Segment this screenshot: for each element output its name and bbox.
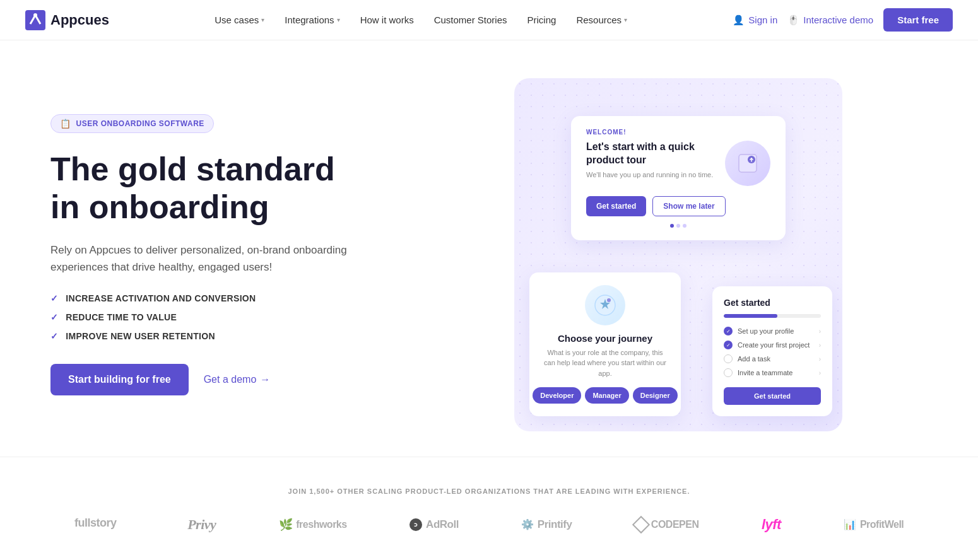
- signin-link[interactable]: 👤 Sign in: [733, 15, 777, 26]
- chevron-down-icon: ▾: [624, 16, 627, 23]
- nav-customer-stories[interactable]: Customer Stories: [425, 9, 516, 30]
- dot-3: [683, 224, 686, 228]
- logo-fullstory: fullstory: [74, 515, 125, 534]
- dot-1: [670, 224, 674, 228]
- navbar: Appcues Use cases ▾ Integrations ▾ How i…: [0, 0, 978, 40]
- logo-codepen: CODEPEN: [635, 518, 699, 531]
- chevron-right-icon: ›: [819, 356, 821, 363]
- check-icon: ✓: [50, 293, 58, 303]
- hero-ctas: Start building for free Get a demo →: [50, 364, 391, 395]
- chevron-right-icon: ›: [819, 370, 821, 376]
- getstarted-card: Get started ✓ Set up your profile › ✓ Cr…: [712, 286, 832, 416]
- logos-tagline: JOIN 1,500+ OTHER SCALING PRODUCT-LED OR…: [50, 487, 928, 495]
- hero-checklist: ✓ INCREASE ACTIVATION AND CONVERSION ✓ R…: [50, 293, 391, 341]
- hero-badge: 📋 USER ONBOARDING SOFTWARE: [50, 114, 214, 133]
- card-tour-body: Let's start with a quick product tour We…: [586, 141, 770, 186]
- nav-use-cases[interactable]: Use cases ▾: [206, 9, 273, 30]
- tour-progress-dots: [586, 224, 770, 228]
- check-done-icon: ✓: [724, 341, 733, 349]
- check-empty-icon: [724, 354, 733, 363]
- check-done-icon: ✓: [724, 327, 733, 335]
- hero-title: The gold standard in onboarding: [50, 151, 391, 226]
- cursor-icon: 🖱️: [787, 15, 799, 26]
- badge-icon: 📋: [60, 119, 71, 129]
- journey-desc: What is your role at the company, this c…: [542, 347, 668, 379]
- progress-bar: [724, 314, 777, 318]
- nav-resources[interactable]: Resources ▾: [567, 9, 636, 30]
- get-demo-button[interactable]: Get a demo →: [204, 374, 271, 385]
- journey-card: Choose your journey What is your role at…: [529, 272, 681, 417]
- hero-right: WELCOME! Let's start with a quick produc…: [429, 78, 928, 431]
- interactive-demo-link[interactable]: 🖱️ Interactive demo: [787, 15, 873, 26]
- hero-section: 📋 USER ONBOARDING SOFTWARE The gold stan…: [0, 40, 978, 457]
- person-icon: 👤: [733, 15, 745, 26]
- nav-right: 👤 Sign in 🖱️ Interactive demo Start free: [733, 8, 953, 32]
- logos-section: JOIN 1,500+ OTHER SCALING PRODUCT-LED OR…: [0, 457, 978, 560]
- logos-row: fullstory Privy 🌿freshworks ↄAdRoll ⚙️Pr…: [50, 515, 928, 534]
- logo-printify: ⚙️Printify: [521, 518, 572, 531]
- logo-privy: Privy: [187, 516, 216, 533]
- check-icon: ✓: [50, 331, 58, 341]
- check-empty-icon: [724, 368, 733, 377]
- welcome-label: WELCOME!: [586, 129, 770, 136]
- logo[interactable]: Appcues: [25, 10, 109, 30]
- manager-button[interactable]: Manager: [585, 387, 628, 404]
- tour-get-started-button[interactable]: Get started: [586, 196, 646, 216]
- hero-subtitle: Rely on Appcues to deliver personalized,…: [50, 242, 353, 276]
- logo-profitwell: 📊ProfitWell: [844, 518, 904, 530]
- tour-card-title: Let's start with a quick product tour: [586, 141, 717, 167]
- journey-icon: [585, 285, 625, 325]
- nav-start-free-button[interactable]: Start free: [883, 8, 953, 32]
- nav-how-it-works[interactable]: How it works: [351, 9, 423, 30]
- designer-button[interactable]: Designer: [633, 387, 678, 404]
- gs-item-3: Add a task ›: [724, 354, 821, 363]
- logo-lyft: lyft: [762, 516, 781, 533]
- nav-integrations[interactable]: Integrations ▾: [276, 9, 348, 30]
- logo-adroll: ↄAdRoll: [409, 518, 459, 531]
- card-tour-text: Let's start with a quick product tour We…: [586, 141, 717, 178]
- product-tour-card: WELCOME! Let's start with a quick produc…: [571, 116, 786, 240]
- gs-item-4: Invite a teammate ›: [724, 368, 821, 377]
- gs-item-2: ✓ Create your first project ›: [724, 341, 821, 349]
- logo-text: Appcues: [50, 12, 109, 28]
- checklist-item-1: ✓ INCREASE ACTIVATION AND CONVERSION: [50, 293, 391, 303]
- gs-item-1: ✓ Set up your profile ›: [724, 327, 821, 335]
- journey-title: Choose your journey: [542, 333, 668, 344]
- chevron-down-icon: ▾: [261, 16, 264, 23]
- chevron-down-icon: ▾: [337, 16, 340, 23]
- developer-button[interactable]: Developer: [533, 387, 581, 404]
- tour-show-later-button[interactable]: Show me later: [652, 196, 725, 216]
- checklist-item-3: ✓ IMPROVE NEW USER RETENTION: [50, 331, 391, 341]
- svg-text:fullstory: fullstory: [74, 516, 117, 529]
- getstarted-action-button[interactable]: Get started: [724, 387, 821, 405]
- dot-2: [676, 224, 680, 228]
- svg-point-6: [607, 298, 611, 302]
- check-icon: ✓: [50, 312, 58, 322]
- start-building-button[interactable]: Start building for free: [50, 364, 189, 395]
- nav-links: Use cases ▾ Integrations ▾ How it works …: [206, 9, 636, 30]
- checklist-item-2: ✓ REDUCE TIME TO VALUE: [50, 312, 391, 322]
- chevron-right-icon: ›: [819, 328, 821, 335]
- card-tour-actions: Get started Show me later: [586, 196, 770, 216]
- journey-buttons: Developer Manager Designer: [542, 387, 668, 404]
- tour-illustration: [725, 141, 770, 186]
- arrow-icon: →: [260, 374, 270, 385]
- logo-icon: [25, 10, 45, 30]
- getstarted-title: Get started: [724, 298, 821, 308]
- getstarted-progress: [724, 314, 821, 318]
- hero-left: 📋 USER ONBOARDING SOFTWARE The gold stan…: [50, 114, 391, 395]
- hero-illustration-bg: WELCOME! Let's start with a quick produc…: [514, 78, 842, 431]
- chevron-right-icon: ›: [819, 342, 821, 349]
- svg-point-1: [33, 13, 37, 17]
- nav-pricing[interactable]: Pricing: [519, 9, 565, 30]
- logo-freshworks: 🌿freshworks: [279, 518, 347, 532]
- svg-rect-0: [25, 10, 45, 30]
- tour-card-desc: We'll have you up and running in no time…: [586, 171, 717, 178]
